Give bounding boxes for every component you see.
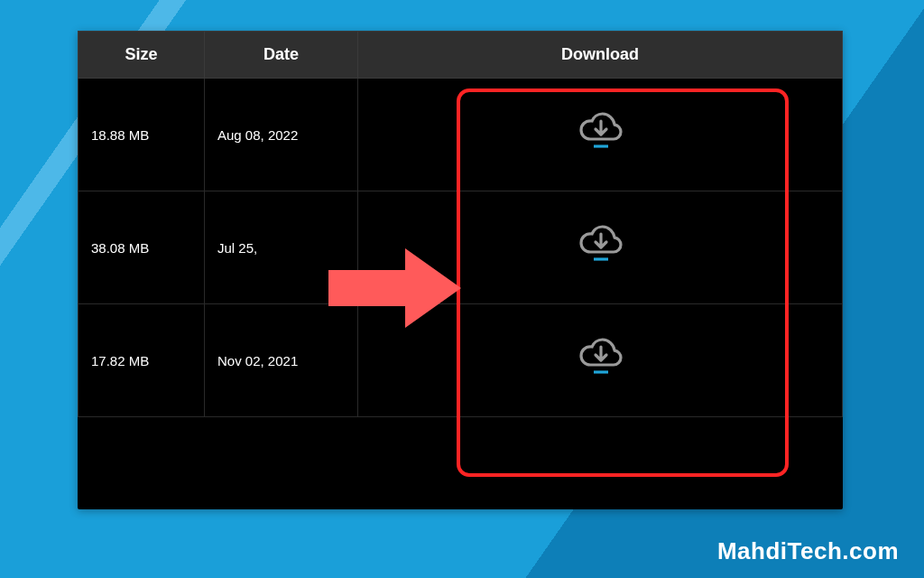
cloud-download-icon: [574, 110, 626, 157]
cell-download: [358, 191, 843, 304]
cell-date: Jul 25,: [205, 191, 358, 304]
cell-size: 18.88 MB: [79, 79, 205, 191]
cloud-download-icon: [574, 336, 626, 383]
cell-size: 17.82 MB: [79, 304, 205, 417]
cell-date: Aug 08, 2022: [205, 79, 358, 191]
table-row: 18.88 MB Aug 08, 2022: [79, 79, 843, 191]
download-button[interactable]: [574, 223, 626, 273]
download-button[interactable]: [574, 110, 626, 160]
cell-date: Nov 02, 2021: [205, 304, 358, 417]
header-download: Download: [358, 32, 843, 79]
header-size: Size: [79, 32, 205, 79]
header-date: Date: [205, 32, 358, 79]
cell-size: 38.08 MB: [79, 191, 205, 304]
downloads-table: Size Date Download 18.88 MB Aug 08, 2022: [78, 31, 843, 417]
downloads-panel: Size Date Download 18.88 MB Aug 08, 2022: [78, 31, 843, 509]
watermark-text: MahdiTech.com: [717, 537, 899, 565]
table-row: 38.08 MB Jul 25,: [79, 191, 843, 304]
cell-download: [358, 304, 843, 417]
cell-download: [358, 79, 843, 191]
cloud-download-icon: [574, 223, 626, 270]
download-button[interactable]: [574, 336, 626, 386]
table-row: 17.82 MB Nov 02, 2021: [79, 304, 843, 417]
